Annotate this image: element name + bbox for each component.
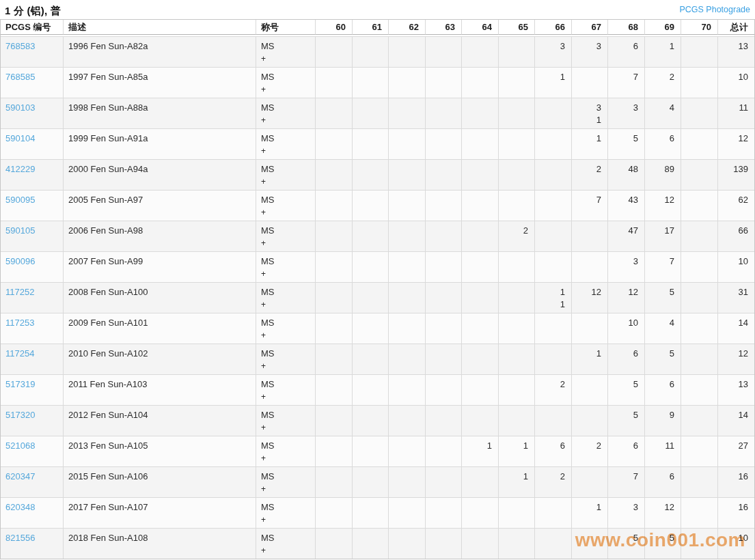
grade-cell-70	[681, 190, 717, 221]
pcgs-number-link[interactable]: 620348	[5, 502, 35, 512]
grade-cell-68: 3	[607, 497, 644, 528]
grade-count: 2	[540, 379, 565, 390]
grade-count: 3	[613, 256, 638, 267]
grade-cell-61	[352, 190, 388, 221]
header-cell-67: 67	[571, 20, 607, 35]
designation-ms-label: MS	[261, 471, 309, 482]
table-row: 5900952005 Fen Sun-A97MS+7431262	[1, 190, 754, 221]
header-cell-pcgs-number: PCGS 编号	[1, 20, 63, 35]
total-cell: 16	[717, 466, 754, 497]
description-cell: 2008 Fen Sun-A100	[63, 282, 256, 313]
page-title: 1 分 (铝), 普	[0, 0, 755, 18]
designation-cell: MS+	[256, 374, 315, 405]
pcgs-number-link[interactable]: 590104	[5, 133, 35, 143]
grade-cell-70	[681, 67, 717, 98]
grade-cell-68: 6	[607, 36, 644, 67]
grade-cell-60	[315, 466, 352, 497]
grade-cell-67	[571, 251, 607, 282]
pcgs-number-link[interactable]: 590105	[5, 225, 35, 236]
grade-count: 6	[613, 440, 638, 451]
pcgs-photograde-link[interactable]: PCGS Photograde	[679, 5, 750, 14]
pcgs-number-link[interactable]: 117254	[5, 348, 34, 359]
table-row: 7685851997 Fen Sun-A85aMS+17210	[1, 67, 754, 98]
designation-ms-label: MS	[261, 533, 309, 544]
grade-count: 5	[613, 133, 638, 144]
pcgs-number-link[interactable]: 768585	[5, 72, 35, 82]
pcgs-number-link[interactable]: 768583	[5, 41, 35, 51]
pcgs-number-link[interactable]: 517320	[5, 410, 35, 420]
pcgs-number-link[interactable]: 521068	[5, 440, 35, 451]
description-cell: 2010 Fen Sun-A102	[63, 344, 256, 374]
pcgs-number-link[interactable]: 821556	[5, 533, 35, 543]
pcgs-number-link[interactable]: 590103	[5, 102, 35, 113]
table-row: 5901031998 Fen Sun-A88aMS+313411	[1, 98, 754, 128]
grade-cell-69: 11	[644, 436, 681, 466]
header-cell-62: 62	[388, 20, 425, 35]
designation-cell: MS+	[256, 251, 315, 282]
grade-cell-62	[388, 405, 425, 436]
grade-cell-67: 31	[571, 98, 607, 128]
header-cell-designation: 称号	[256, 20, 315, 35]
total-cell: 16	[717, 497, 754, 528]
pcgs-number-link[interactable]: 620347	[5, 471, 35, 481]
designation-plus-label: +	[261, 515, 309, 525]
designation-cell: MS+	[256, 497, 315, 528]
grade-cell-65	[498, 374, 534, 405]
grade-cell-62	[388, 313, 425, 344]
grade-cell-60	[315, 98, 352, 128]
designation-ms-label: MS	[261, 225, 309, 236]
grade-cell-61	[352, 159, 388, 190]
designation-ms-label: MS	[261, 164, 309, 175]
grade-cell-62	[388, 466, 425, 497]
pcgs-number-link[interactable]: 117252	[5, 287, 34, 297]
pcgs-number-link[interactable]: 590096	[5, 256, 35, 266]
grade-count: 2	[577, 164, 601, 175]
grade-count: 5	[650, 533, 674, 544]
grade-cell-63	[425, 313, 461, 344]
grade-count: 12	[650, 502, 674, 513]
pcgs-number-link[interactable]: 412229	[5, 164, 35, 174]
designation-plus-label: +	[261, 177, 309, 187]
grade-cell-66: 6	[534, 436, 571, 466]
grade-cell-67: 1	[571, 344, 607, 374]
grade-cell-64: 1	[461, 436, 498, 466]
grade-cell-67: 2	[571, 159, 607, 190]
description-cell: 2012 Fen Sun-A104	[63, 405, 256, 436]
designation-plus-label: +	[261, 484, 309, 494]
total-cell: 62	[717, 190, 754, 221]
pcgs-number-link[interactable]: 517319	[5, 379, 35, 389]
grade-count: 6	[613, 41, 638, 52]
grade-count: 5	[650, 348, 674, 359]
grade-cell-68: 6	[607, 344, 644, 374]
grade-cell-65: 1	[498, 466, 534, 497]
table-row: 5210682013 Fen Sun-A105MS+116261127	[1, 436, 754, 466]
grade-cell-65: 2	[498, 221, 534, 251]
designation-ms-label: MS	[261, 72, 309, 83]
grade-cell-69: 6	[644, 466, 681, 497]
header-cell-60: 60	[315, 20, 352, 35]
designation-ms-label: MS	[261, 195, 309, 206]
grade-cell-67: 3	[571, 36, 607, 67]
designation-plus-label: +	[261, 300, 309, 310]
grade-count: 4	[650, 102, 674, 113]
grade-count: 89	[650, 164, 674, 175]
pcgs-number-link[interactable]: 590095	[5, 195, 35, 205]
grade-cell-61	[352, 128, 388, 159]
grade-cell-63	[425, 436, 461, 466]
grade-cell-68: 7	[607, 466, 644, 497]
header-cell-65: 65	[498, 20, 534, 35]
grade-cell-68: 10	[607, 313, 644, 344]
grade-cell-63	[425, 497, 461, 528]
pcgs-number-link[interactable]: 117253	[5, 318, 34, 328]
grade-cell-61	[352, 528, 388, 559]
grade-count: 1	[540, 72, 565, 83]
designation-cell: MS+	[256, 190, 315, 221]
grade-count-plus: 1	[540, 299, 565, 309]
grade-cell-67: 2	[571, 436, 607, 466]
grade-cell-69: 5	[644, 344, 681, 374]
table-row: 5173202012 Fen Sun-A104MS+5914	[1, 405, 754, 436]
grade-cell-70	[681, 466, 717, 497]
grade-cell-65: 1	[498, 436, 534, 466]
table-row: 5901041999 Fen Sun-A91aMS+15612	[1, 128, 754, 159]
grade-cell-68: 3	[607, 251, 644, 282]
